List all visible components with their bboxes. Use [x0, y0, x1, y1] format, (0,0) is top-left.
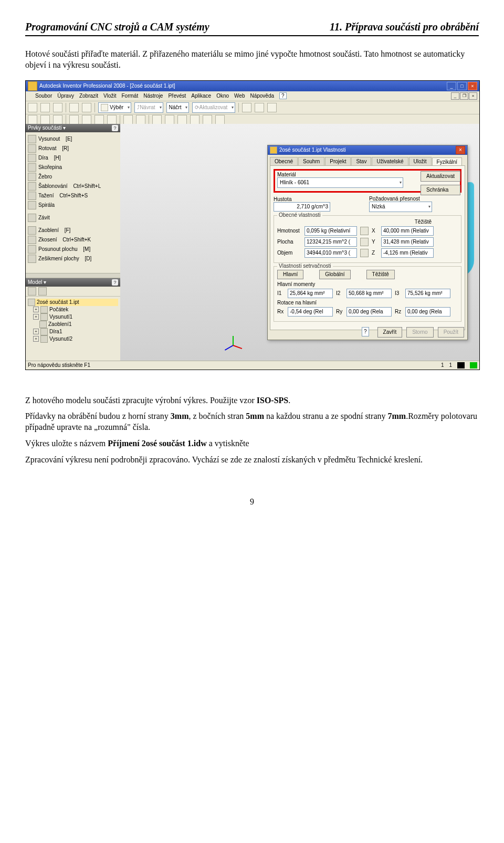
undo-icon[interactable]: [69, 103, 79, 112]
nav-icon[interactable]: [255, 103, 264, 112]
menu-vlozit[interactable]: Vložit: [103, 93, 116, 99]
tree-hole1[interactable]: +Díra1: [28, 328, 118, 335]
feature-thread[interactable]: Závit: [27, 213, 119, 223]
menu-okno[interactable]: Okno: [216, 93, 229, 99]
material-dropdown[interactable]: Hliník - 6061: [277, 177, 403, 188]
menu-soubor[interactable]: Soubor: [35, 93, 52, 99]
view-icon[interactable]: [136, 115, 145, 124]
tree-root[interactable]: 2osé součást 1.ipt: [28, 299, 118, 306]
expand-icon[interactable]: +: [33, 336, 39, 342]
close-button[interactable]: Zavřít: [377, 327, 403, 338]
view-icon[interactable]: [82, 115, 91, 124]
tab-souhrn[interactable]: Souhrn: [298, 157, 324, 165]
view-icon[interactable]: [69, 115, 79, 124]
tree-extrude1[interactable]: +Vysunutí1: [28, 313, 118, 321]
expand-icon[interactable]: +: [33, 329, 39, 334]
tab-obecne[interactable]: Obecné: [270, 157, 298, 165]
menu-format[interactable]: Formát: [122, 93, 139, 99]
window-close-button[interactable]: ×: [468, 82, 477, 90]
color-swatch-green[interactable]: [470, 362, 477, 368]
mdi-close-button[interactable]: ×: [469, 92, 477, 100]
feature-extrude[interactable]: Vysunout [E]: [27, 134, 119, 144]
view-icon[interactable]: [53, 115, 62, 124]
feature-loft[interactable]: Šablonování Ctrl+Shift+L: [27, 182, 119, 191]
dialog-close-button[interactable]: ×: [456, 146, 465, 154]
panel-help-icon[interactable]: ?: [112, 125, 118, 131]
feature-revolve[interactable]: Rotovat [R]: [27, 144, 119, 153]
save-icon[interactable]: [53, 103, 62, 112]
view-icon[interactable]: [94, 115, 104, 124]
menu-web[interactable]: Web: [234, 93, 245, 99]
dialog-help-button[interactable]: ?: [362, 327, 369, 336]
menu-napoveda[interactable]: Nápověda: [250, 93, 274, 99]
nav-icon[interactable]: [242, 103, 251, 112]
model-panel-header[interactable]: Model ▾ ?: [26, 278, 120, 287]
precision-dropdown[interactable]: Nízká: [369, 202, 432, 212]
view-icon[interactable]: [107, 115, 117, 124]
inertia-tab-globalni[interactable]: Globální: [319, 270, 350, 279]
tab-uzivatelske[interactable]: Uživatelské: [372, 157, 408, 165]
menu-prevest[interactable]: Převést: [168, 93, 186, 99]
tab-projekt[interactable]: Projekt: [325, 157, 351, 165]
expand-icon[interactable]: +: [33, 307, 39, 312]
tab-ulozit[interactable]: Uložit: [409, 157, 432, 165]
view-icon[interactable]: [28, 115, 37, 124]
inertia-tab-teziste[interactable]: Těžiště: [366, 270, 395, 279]
view-icon[interactable]: [203, 115, 212, 124]
calc-icon[interactable]: [360, 249, 369, 257]
update-button[interactable]: Aktualizovat: [421, 171, 460, 182]
tab-stav[interactable]: Stav: [351, 157, 371, 165]
menu-aplikace[interactable]: Aplikace: [191, 93, 211, 99]
feature-shell[interactable]: Skořepina: [27, 163, 119, 172]
view-icon[interactable]: [190, 115, 200, 124]
nav-icon[interactable]: [267, 103, 277, 112]
color-swatch-black[interactable]: [457, 362, 465, 368]
dialog-titlebar[interactable]: 2osé součást 1.ipt Vlastnosti ×: [268, 145, 467, 155]
splitter[interactable]: [26, 273, 120, 278]
feature-rib[interactable]: Žebro: [27, 172, 119, 182]
view-icon[interactable]: [177, 115, 187, 124]
filter-icon[interactable]: [28, 287, 36, 296]
features-panel-header[interactable]: Prvky součásti ▾ ?: [26, 124, 120, 132]
window-maximize-button[interactable]: □: [457, 82, 467, 90]
select-dropdown[interactable]: Výběr: [98, 102, 131, 113]
view-icon[interactable]: [215, 115, 225, 124]
menu-upravy[interactable]: Úpravy: [57, 93, 74, 99]
expand-icon[interactable]: +: [33, 314, 39, 320]
calc-icon[interactable]: [360, 238, 369, 246]
window-minimize-button[interactable]: _: [447, 82, 456, 90]
calc-icon[interactable]: [360, 227, 369, 235]
menu-nastroje[interactable]: Nástroje: [143, 93, 163, 99]
view-icon[interactable]: [165, 115, 174, 124]
feature-sweep[interactable]: Tažení Ctrl+Shift+S: [27, 191, 119, 201]
feature-fillet[interactable]: Zaoblení [F]: [27, 226, 119, 235]
panel-help-icon[interactable]: ?: [112, 279, 118, 286]
feature-draft[interactable]: Zešikmení plochy [D]: [27, 254, 119, 264]
view-icon[interactable]: [40, 115, 50, 124]
help-button[interactable]: ?: [279, 92, 287, 99]
tree-fillet1[interactable]: Zaoblení1: [28, 321, 118, 328]
inertia-tab-hlavni[interactable]: Hlavní: [277, 270, 303, 279]
mdi-restore-button[interactable]: ❐: [460, 92, 468, 100]
menu-zobrazit[interactable]: Zobrazit: [79, 93, 98, 99]
feature-hole[interactable]: Díra [H]: [27, 153, 119, 163]
feature-coil[interactable]: Spirála: [27, 201, 119, 210]
tree-extrude2[interactable]: +Vysunutí2: [28, 335, 118, 343]
apply-button[interactable]: Použít: [438, 327, 464, 338]
tab-fyzikalni[interactable]: Fyzikální: [432, 157, 462, 166]
update-button[interactable]: ⟳ Aktualizovat: [192, 102, 235, 113]
view-icon[interactable]: [123, 115, 133, 124]
feature-chamfer[interactable]: Zkosení Ctrl+Shift+K: [27, 235, 119, 245]
mdi-minimize-button[interactable]: _: [451, 92, 459, 100]
open-icon[interactable]: [40, 103, 50, 112]
viewport-3d[interactable]: 2osé součást 1.ipt Vlastnosti × Obecné S…: [120, 124, 479, 361]
tree-icon[interactable]: [38, 287, 47, 296]
view-icon[interactable]: [152, 115, 162, 124]
tree-origin[interactable]: +Počátek: [28, 306, 118, 313]
redo-icon[interactable]: [82, 103, 91, 112]
cancel-button[interactable]: Storno: [406, 327, 433, 338]
feature-moveface[interactable]: Posunout plochu [M]: [27, 245, 119, 254]
clipboard-button[interactable]: Schránka: [421, 185, 460, 195]
sketch-dropdown[interactable]: Náčrt: [166, 102, 190, 113]
new-icon[interactable]: [28, 103, 37, 112]
